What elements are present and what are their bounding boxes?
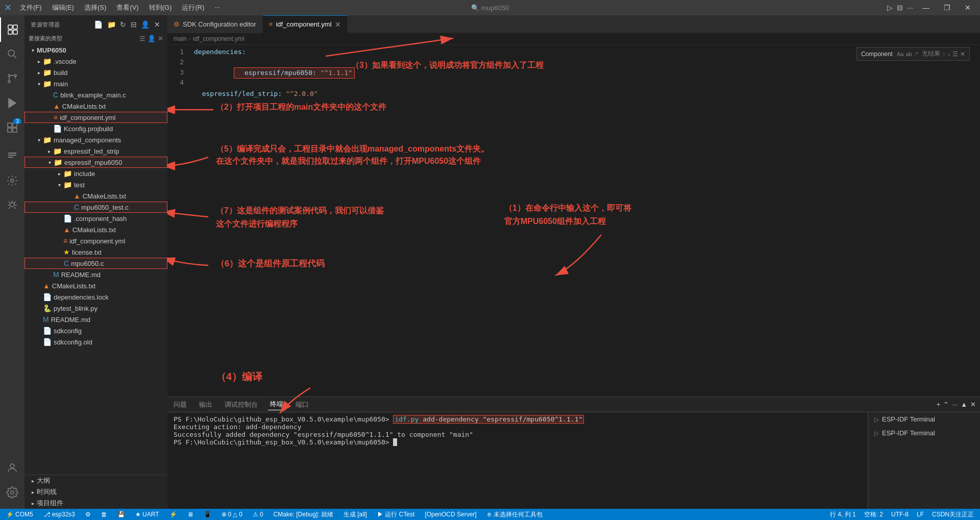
tree-item-readme-root[interactable]: M README.md <box>24 314 167 325</box>
tree-item-deps-lock[interactable]: 📄 dependencies.lock <box>24 291 167 303</box>
tree-item-main[interactable]: ▾ 📁 main <box>24 78 167 89</box>
close-btn[interactable]: ✕ <box>960 3 976 13</box>
terminal-more-icon[interactable]: ··· <box>952 401 958 408</box>
tree-item-vscode[interactable]: ▸ 📁 .vscode <box>24 56 167 67</box>
status-info[interactable]: ⚠ 0 <box>251 511 265 518</box>
close-sidebar-icon[interactable]: ✕ <box>153 19 162 30</box>
tree-item-test[interactable]: ▾ 📁 test <box>24 179 167 190</box>
menu-more[interactable]: ··· <box>210 2 224 13</box>
tree-item-sdkconfig[interactable]: 📄 sdkconfig <box>24 325 167 336</box>
esp-idf-activity-icon[interactable] <box>0 144 24 168</box>
terminal-add-icon[interactable]: + <box>937 401 941 408</box>
tree-item-kconfig[interactable]: 📄 Kconfig.projbuild <box>24 123 167 134</box>
tree-item-include[interactable]: ▸ 📁 include <box>24 168 167 179</box>
account-activity-icon[interactable] <box>0 456 24 480</box>
run-title-btn[interactable]: ▷ <box>887 4 893 12</box>
outline-item[interactable]: ▸ 大纲 <box>24 475 167 486</box>
terminal-tab-output[interactable]: 输出 <box>197 399 214 410</box>
tree-item-cmake-test[interactable]: ▲ CMakeLists.txt <box>24 190 167 202</box>
menu-file[interactable]: 文件(F) <box>16 2 46 13</box>
extensions-activity-icon[interactable]: 3 <box>0 115 24 140</box>
menu-view[interactable]: 查看(V) <box>112 2 142 13</box>
terminal-tab-port[interactable]: 端口 <box>293 399 311 410</box>
filter-icon[interactable]: 👤 <box>140 19 151 30</box>
breadcrumb-main[interactable]: main <box>174 35 187 42</box>
settings2-activity-icon[interactable] <box>0 168 24 193</box>
menu-run[interactable]: 运行(R) <box>178 2 208 13</box>
find-more-icon[interactable]: ☰ <box>952 51 958 58</box>
new-folder-icon[interactable]: 📁 <box>106 19 117 30</box>
status-uart[interactable]: ★ UART <box>133 511 161 518</box>
status-eol[interactable]: LF <box>915 510 926 519</box>
terminal-tab-problems[interactable]: 问题 <box>172 399 189 410</box>
maximize-btn[interactable]: ❐ <box>939 3 955 13</box>
terminal-maximize-icon[interactable]: ▲ <box>961 401 967 408</box>
explorer-activity-icon[interactable] <box>0 17 24 42</box>
menu-edit[interactable]: 编辑(E) <box>48 2 78 13</box>
tree-item-idf-component[interactable]: ≡ idf_component.yml <box>24 112 167 123</box>
source-control-activity-icon[interactable] <box>0 66 24 91</box>
collapse-icon[interactable]: ⊟ <box>130 19 138 30</box>
status-flash[interactable]: ⚡ <box>167 511 179 518</box>
tree-item-build[interactable]: ▸ 📁 build <box>24 67 167 78</box>
status-gear[interactable]: ⚙ <box>83 511 93 518</box>
project-components-item[interactable]: ▸ 项目组件 <box>24 498 167 509</box>
terminal-close-icon[interactable]: ✕ <box>970 401 976 408</box>
tree-item-led-strip[interactable]: ▸ 📁 espressif_led_strip <box>24 145 167 157</box>
tree-item-pytest[interactable]: 🐍 pytest_blink.py <box>24 303 167 314</box>
tree-item-mpu6050-c[interactable]: C mpu6050.c <box>24 258 167 269</box>
tree-item-sdkconfig-old[interactable]: 📄 sdkconfig.old <box>24 336 167 348</box>
tab-idf-component[interactable]: ≡ idf_component.yml ✕ <box>263 15 348 33</box>
code-area[interactable]: dependencies: espressif/mpu6050: "^1.1.1… <box>188 45 980 397</box>
settings-activity-icon[interactable] <box>0 480 24 505</box>
status-encoding[interactable]: UTF-8 <box>889 510 911 519</box>
breadcrumb-file[interactable]: idf_component.yml <box>193 35 244 42</box>
tree-item-cmake-main[interactable]: ▲ CMakeLists.txt <box>24 101 167 112</box>
tree-root-mup6050[interactable]: ▾ MUP6050 <box>24 44 167 56</box>
status-errors[interactable]: ⊗ 0 △ 0 <box>219 511 244 518</box>
find-close-icon[interactable]: ✕ <box>960 51 965 58</box>
search-activity-icon[interactable] <box>0 42 24 66</box>
status-build[interactable]: 生成 [all] <box>341 510 369 519</box>
status-save-btn[interactable]: 💾 <box>115 511 127 518</box>
status-ctest[interactable]: ▶ 运行 CTest <box>375 510 416 519</box>
status-esp32s3[interactable]: ⎇ esp32s3 <box>41 511 77 518</box>
status-cmake[interactable]: CMake: [Debug]: 就绪 <box>272 510 335 519</box>
tree-item-managed[interactable]: ▾ 📁 managed_components <box>24 134 167 145</box>
tab-close-icon[interactable]: ✕ <box>335 20 341 29</box>
terminal-content[interactable]: PS F:\HoloCubic\github_esp_box_V0.5.0\ex… <box>167 412 868 509</box>
tree-item-mpu6050[interactable]: ▾ 📁 espressif_mpu6050 <box>24 157 167 168</box>
bug-activity-icon[interactable] <box>0 193 24 217</box>
status-device[interactable]: 📱 <box>202 511 213 518</box>
more-title-btn[interactable]: ··· <box>907 4 913 12</box>
tree-item-mpu6050-test[interactable]: C mpu6050_test.c <box>24 202 167 213</box>
status-openocd[interactable]: [OpenOCD Server] <box>423 511 478 518</box>
refresh-icon[interactable]: ↻ <box>119 19 128 30</box>
terminal-right-esp2[interactable]: ▷ ESP-IDF Terminal <box>868 426 980 440</box>
run-debug-activity-icon[interactable] <box>0 91 24 115</box>
status-no-kit[interactable]: ⊕ 未选择任何工具包 <box>485 510 545 519</box>
layout-btn[interactable]: ⊟ <box>897 4 903 12</box>
terminal-right-esp1[interactable]: ▷ ESP-IDF Terminal <box>868 412 980 426</box>
status-com[interactable]: ⚡ COM5 <box>4 511 35 518</box>
menu-goto[interactable]: 转到(G) <box>145 2 176 13</box>
tree-item-cmake-root[interactable]: ▲ CMakeLists.txt <box>24 280 167 291</box>
tree-item-readme[interactable]: M README.md <box>24 269 167 280</box>
find-up-icon[interactable]: ↑ <box>942 51 945 58</box>
terminal-tab-debug[interactable]: 调试控制台 <box>223 399 260 410</box>
tree-item-component-hash[interactable]: 📄 .component_hash <box>24 213 167 224</box>
tree-item-idf2[interactable]: ≡ idf_component.yml <box>24 235 167 246</box>
titlebar-search[interactable]: mup6050 <box>481 4 509 12</box>
minimize-btn[interactable]: — <box>917 3 935 13</box>
terminal-tab-terminal[interactable]: 终端 <box>268 399 285 410</box>
terminal-split-icon[interactable]: ⌃ <box>943 401 949 408</box>
status-spaces[interactable]: 空格: 2 <box>862 510 885 519</box>
tab-sdk[interactable]: ⚙ SDK Configuration editor <box>167 15 263 33</box>
menu-select[interactable]: 选择(S) <box>80 2 110 13</box>
tree-item-license[interactable]: ★ license.txt <box>24 246 167 258</box>
status-trash[interactable]: 🗑 <box>99 511 109 518</box>
find-down-icon[interactable]: ↓ <box>947 51 950 58</box>
status-line-col[interactable]: 行 4, 列 1 <box>828 510 858 519</box>
tree-item-cmake2[interactable]: ▲ CMakeLists.txt <box>24 224 167 235</box>
status-monitor[interactable]: 🖥 <box>185 511 195 518</box>
